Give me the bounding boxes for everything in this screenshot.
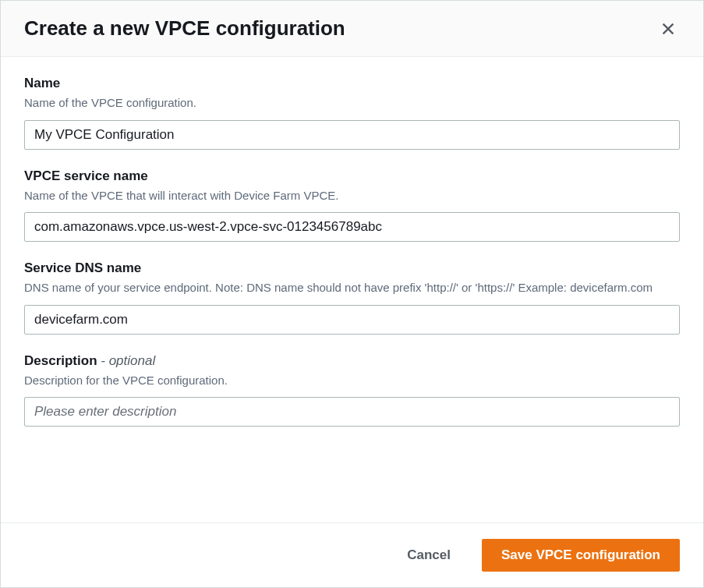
vpce-service-name-input[interactable] xyxy=(24,212,680,242)
name-label: Name xyxy=(24,76,680,91)
service-dns-name-field-group: Service DNS name DNS name of your servic… xyxy=(24,260,680,335)
description-label: Description - optional xyxy=(24,353,680,369)
close-button[interactable] xyxy=(656,17,680,41)
vpce-service-name-field-group: VPCE service name Name of the VPCE that … xyxy=(24,168,680,243)
modal-header: Create a new VPCE configuration xyxy=(1,1,703,57)
vpce-service-name-label: VPCE service name xyxy=(24,168,680,184)
modal-title: Create a new VPCE configuration xyxy=(24,16,345,41)
vpce-service-name-hint: Name of the VPCE that will interact with… xyxy=(24,187,680,205)
description-hint: Description for the VPCE configuration. xyxy=(24,372,680,390)
description-field-group: Description - optional Description for t… xyxy=(24,353,680,427)
description-input[interactable] xyxy=(24,397,680,427)
close-icon xyxy=(660,20,677,37)
save-button[interactable]: Save VPCE configuration xyxy=(482,539,680,572)
description-label-text: Description xyxy=(24,353,97,368)
name-hint: Name of the VPCE configuration. xyxy=(24,94,680,112)
service-dns-name-label: Service DNS name xyxy=(24,260,680,276)
name-field-group: Name Name of the VPCE configuration. xyxy=(24,76,680,150)
name-input[interactable] xyxy=(24,120,680,150)
service-dns-name-input[interactable] xyxy=(24,305,680,335)
description-optional-text: - optional xyxy=(101,353,155,368)
modal-body: Name Name of the VPCE configuration. VPC… xyxy=(1,57,703,522)
cancel-button[interactable]: Cancel xyxy=(388,540,469,571)
modal-footer: Cancel Save VPCE configuration xyxy=(1,522,703,587)
vpce-config-modal: Create a new VPCE configuration Name Nam… xyxy=(0,0,704,588)
service-dns-name-hint: DNS name of your service endpoint. Note:… xyxy=(24,279,680,297)
